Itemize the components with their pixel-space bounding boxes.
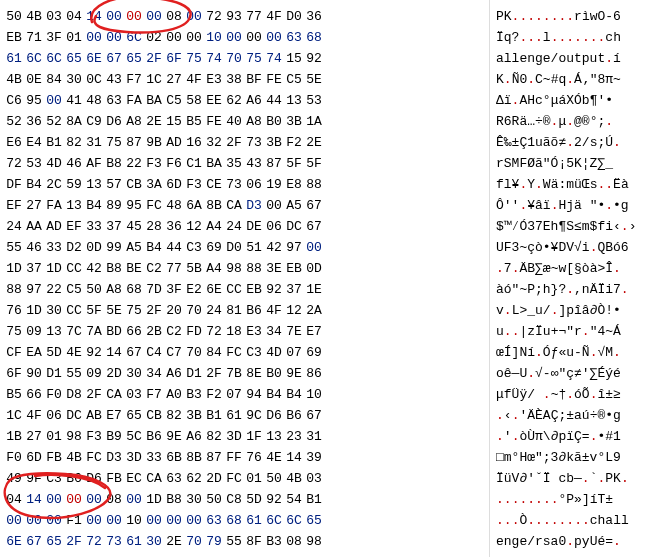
hex-byte[interactable]: 28 [144, 219, 164, 234]
hex-byte[interactable]: 00 [304, 240, 324, 255]
hex-byte[interactable]: 07 [284, 345, 304, 360]
hex-byte[interactable]: 12 [184, 219, 204, 234]
hex-byte[interactable]: C5 [64, 282, 84, 297]
hex-byte[interactable]: 6D [24, 450, 44, 465]
hex-byte[interactable]: 6C [284, 513, 304, 528]
hex-byte[interactable]: B8 [164, 492, 184, 507]
hex-byte[interactable]: E6 [4, 135, 24, 150]
hex-byte[interactable]: 1A [304, 114, 324, 129]
hex-byte[interactable]: 95 [24, 93, 44, 108]
hex-byte[interactable]: A5 [284, 198, 304, 213]
hex-byte[interactable]: 7A [84, 324, 104, 339]
hex-byte[interactable]: 0D [84, 240, 104, 255]
hex-byte[interactable]: 6D [164, 177, 184, 192]
hex-byte[interactable]: EF [64, 219, 84, 234]
hex-byte[interactable]: A8 [124, 114, 144, 129]
hex-byte[interactable]: 33 [44, 240, 64, 255]
hex-byte[interactable]: 43 [244, 156, 264, 171]
hex-byte[interactable]: 75 [184, 51, 204, 66]
hex-byte[interactable]: 31 [84, 135, 104, 150]
hex-byte[interactable]: 7E [284, 324, 304, 339]
hex-byte[interactable]: 00 [184, 513, 204, 528]
hex-byte[interactable]: 00 [224, 30, 244, 45]
hex-byte[interactable]: B9 [104, 429, 124, 444]
hex-byte[interactable]: 59 [64, 177, 84, 192]
hex-byte[interactable]: A6 [184, 429, 204, 444]
hex-byte[interactable]: A8 [244, 114, 264, 129]
hex-byte[interactable]: FC [224, 345, 244, 360]
hex-byte[interactable]: 97 [24, 282, 44, 297]
hex-byte[interactable]: 30 [124, 366, 144, 381]
hex-byte[interactable]: 94 [244, 387, 264, 402]
hex-byte[interactable]: F3 [184, 177, 204, 192]
hex-byte[interactable]: 84 [204, 345, 224, 360]
hex-byte[interactable]: 04 [4, 492, 24, 507]
hex-byte[interactable]: 87 [264, 156, 284, 171]
hex-byte[interactable]: 42 [264, 240, 284, 255]
hex-byte[interactable]: F0 [44, 387, 64, 402]
hex-byte[interactable]: 2D [104, 366, 124, 381]
hex-byte[interactable]: FA [124, 93, 144, 108]
hex-byte[interactable]: CA [224, 198, 244, 213]
hex-byte[interactable]: 32 [204, 135, 224, 150]
hex-byte[interactable]: 15 [164, 114, 184, 129]
hex-byte[interactable]: 77 [164, 261, 184, 276]
hex-byte[interactable]: 8B [184, 450, 204, 465]
hex-byte[interactable]: C8 [224, 492, 244, 507]
hex-byte[interactable]: 33 [84, 219, 104, 234]
hex-byte[interactable]: 73 [104, 534, 124, 549]
hex-byte[interactable]: 09 [24, 324, 44, 339]
hex-byte[interactable]: C7 [164, 345, 184, 360]
hex-byte[interactable]: BA [204, 156, 224, 171]
hex-byte[interactable]: 07 [224, 387, 244, 402]
hex-byte[interactable]: A8 [104, 282, 124, 297]
hex-byte[interactable]: 10 [304, 387, 324, 402]
hex-byte[interactable]: 75 [4, 324, 24, 339]
hex-byte[interactable]: 30 [64, 72, 84, 87]
hex-byte[interactable]: FC [224, 471, 244, 486]
hex-byte[interactable]: 9B [144, 135, 164, 150]
hex-byte[interactable]: 76 [4, 303, 24, 318]
hex-byte[interactable]: F0 [4, 450, 24, 465]
hex-byte[interactable]: 00 [264, 30, 284, 45]
hex-byte[interactable]: 72 [204, 9, 224, 24]
hex-byte[interactable]: 6C [124, 30, 144, 45]
hex-byte[interactable]: 33 [144, 450, 164, 465]
hex-byte[interactable]: B3 [264, 534, 284, 549]
hex-byte[interactable]: 13 [64, 198, 84, 213]
hex-byte[interactable]: 6F [4, 366, 24, 381]
hex-byte[interactable]: E4 [24, 135, 44, 150]
hex-byte[interactable]: 2C [44, 177, 64, 192]
hex-byte[interactable]: 74 [204, 51, 224, 66]
hex-byte[interactable]: 4B [4, 72, 24, 87]
hex-byte[interactable]: E2 [184, 282, 204, 297]
hex-byte[interactable]: F2 [284, 135, 304, 150]
hex-byte[interactable]: 82 [164, 408, 184, 423]
hex-byte[interactable]: 3D [124, 450, 144, 465]
hex-byte[interactable]: 38 [224, 72, 244, 87]
hex-byte[interactable]: 52 [44, 114, 64, 129]
hex-byte[interactable]: 4F [264, 303, 284, 318]
hex-byte[interactable]: 16 [184, 135, 204, 150]
hex-byte[interactable]: 84 [44, 72, 64, 87]
hex-byte[interactable]: 75 [124, 303, 144, 318]
hex-byte[interactable]: 5C [124, 429, 144, 444]
hex-byte[interactable]: 9E [284, 366, 304, 381]
hex-byte[interactable]: B4 [84, 198, 104, 213]
hex-byte[interactable]: 61 [124, 534, 144, 549]
hex-byte[interactable]: D6 [104, 114, 124, 129]
hex-byte[interactable]: D6 [84, 471, 104, 486]
hex-byte[interactable]: D3 [244, 198, 264, 213]
hex-byte[interactable]: 23 [284, 429, 304, 444]
hex-byte[interactable]: 92 [264, 282, 284, 297]
hex-byte[interactable]: 00 [64, 492, 84, 507]
hex-byte[interactable]: 4D [44, 156, 64, 171]
hex-byte[interactable]: B4 [264, 387, 284, 402]
hex-byte[interactable]: C3 [44, 471, 64, 486]
hex-byte[interactable]: 36 [164, 219, 184, 234]
hex-byte[interactable]: 39 [304, 450, 324, 465]
hex-byte[interactable]: 58 [184, 93, 204, 108]
hex-byte[interactable]: 67 [304, 198, 324, 213]
hex-byte[interactable]: 14 [84, 9, 104, 24]
hex-byte[interactable]: 03 [304, 471, 324, 486]
